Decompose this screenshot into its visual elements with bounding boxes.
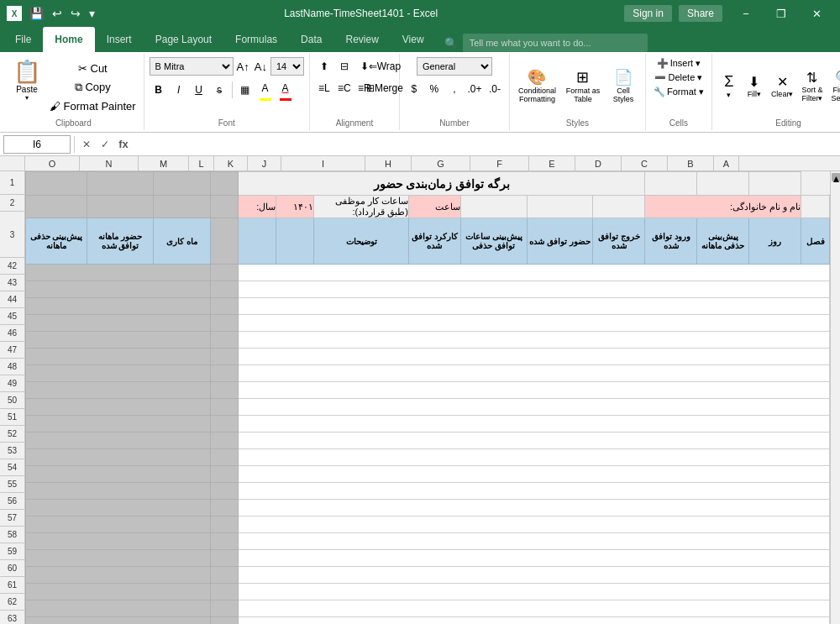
col-header-K[interactable]: K xyxy=(214,156,248,170)
row-header-48[interactable]: 48 xyxy=(0,359,24,375)
sort-filter-button[interactable]: ⇅ Sort &Filter▾ xyxy=(798,68,826,104)
cell-L3[interactable] xyxy=(210,218,239,265)
cell-E2[interactable] xyxy=(593,196,645,218)
cell-C1[interactable] xyxy=(645,172,697,196)
col-header-B[interactable]: B xyxy=(668,156,714,170)
redo-button[interactable]: ↪ xyxy=(68,7,83,20)
cell-J3-header[interactable] xyxy=(276,218,314,265)
name-box[interactable] xyxy=(3,135,71,154)
decrease-decimal-button[interactable]: .0- xyxy=(486,80,504,98)
undo-button[interactable]: ↩ xyxy=(50,7,65,20)
cell-K2[interactable]: سال: xyxy=(239,196,276,218)
format-as-table-button[interactable]: ⊞ Format asTable xyxy=(561,66,605,105)
align-top-button[interactable]: ⬆ xyxy=(315,57,333,76)
fill-color-button[interactable]: A xyxy=(256,79,275,97)
tab-home[interactable]: Home xyxy=(43,27,94,52)
underline-button-wrap[interactable]: U xyxy=(190,81,208,99)
cell-C3-header[interactable]: پیش‌بینی حذفی ماهانه xyxy=(697,218,749,265)
cell-B1[interactable] xyxy=(697,172,749,196)
row-header-58[interactable]: 58 xyxy=(0,527,24,543)
wrap-text-button[interactable]: ⇐Wrap xyxy=(375,57,394,76)
cell-N2[interactable] xyxy=(87,196,154,218)
sum-button[interactable]: Σ ▾ xyxy=(717,71,741,101)
enter-formula-button[interactable]: ✓ xyxy=(97,136,113,153)
row-header-55[interactable]: 55 xyxy=(0,476,24,493)
cell-I3-header[interactable]: توضیحات xyxy=(314,218,409,265)
fill-button[interactable]: ⬇ Fill▾ xyxy=(743,72,766,100)
cell-name-label[interactable]: نام و نام خانوادگی: xyxy=(645,196,801,218)
row-header-54[interactable]: 54 xyxy=(0,459,24,476)
tell-me-input[interactable] xyxy=(463,34,648,52)
fill-color-wrap[interactable]: A xyxy=(256,79,275,101)
cell-M2[interactable] xyxy=(153,196,210,218)
comma-button[interactable]: , xyxy=(445,80,464,98)
delete-button[interactable]: ➖ Delete ▾ xyxy=(652,71,705,84)
row-header-53[interactable]: 53 xyxy=(0,443,24,459)
cell-O1[interactable] xyxy=(26,172,87,196)
cell-N3-header[interactable]: حضور ماهانه توافق شده xyxy=(87,218,154,265)
col-header-C[interactable]: C xyxy=(622,156,668,170)
find-select-button[interactable]: 🔍 Find &Select▾ xyxy=(827,68,840,104)
row-header-49[interactable]: 49 xyxy=(0,375,24,392)
row-header-42[interactable]: 42 xyxy=(0,258,24,275)
col-header-E[interactable]: E xyxy=(529,156,575,170)
share-button[interactable]: Share xyxy=(679,5,722,22)
col-header-O[interactable]: O xyxy=(25,156,80,170)
clear-button[interactable]: ✕ Clear▾ xyxy=(768,72,797,100)
tab-data[interactable]: Data xyxy=(289,27,333,52)
cell-B3-header[interactable]: روز xyxy=(749,218,801,265)
col-header-D[interactable]: D xyxy=(575,156,622,170)
cell-J2[interactable]: ۱۴۰۱ xyxy=(276,196,314,218)
row-header-45[interactable]: 45 xyxy=(0,308,24,325)
tab-view[interactable]: View xyxy=(391,27,436,52)
paste-button[interactable]: 📋 Paste ▾ xyxy=(8,57,45,103)
underline-button[interactable]: U xyxy=(190,81,208,99)
cell-K3-header[interactable] xyxy=(239,218,276,265)
cell-G3-header[interactable]: پیش‌بینی ساعات توافق حذفی xyxy=(460,218,527,265)
cell-G2[interactable] xyxy=(460,196,527,218)
col-header-F[interactable]: F xyxy=(470,156,529,170)
tab-page-layout[interactable]: Page Layout xyxy=(144,27,223,52)
font-shrink-button[interactable]: A↓ xyxy=(253,60,269,73)
row-header-50[interactable]: 50 xyxy=(0,392,24,409)
font-size-select[interactable]: 14 xyxy=(270,57,304,76)
row-header-2[interactable]: 2 xyxy=(0,195,24,212)
format-painter-button[interactable]: 🖌 Format Painter xyxy=(47,98,139,114)
col-header-G[interactable]: G xyxy=(412,156,470,170)
customize-button[interactable]: ▾ xyxy=(87,7,97,20)
row-header-61[interactable]: 61 xyxy=(0,577,24,594)
increase-decimal-button[interactable]: .0+ xyxy=(465,80,484,98)
format-button[interactable]: 🔧 Format ▾ xyxy=(651,86,706,98)
insert-button[interactable]: ➕ Insert ▾ xyxy=(654,57,704,70)
signin-button[interactable]: Sign in xyxy=(624,5,672,22)
cell-F3-header[interactable]: حضور توافق شده xyxy=(527,218,593,265)
border-button[interactable]: ▦ xyxy=(236,81,255,99)
minimize-button[interactable]: − xyxy=(729,0,763,27)
strikethrough-button[interactable]: S̶ xyxy=(210,81,228,99)
copy-button[interactable]: ⧉ Copy xyxy=(47,79,139,96)
close-button[interactable]: ✕ xyxy=(800,0,833,27)
col-header-I[interactable]: I xyxy=(281,156,365,170)
row-header-59[interactable]: 59 xyxy=(0,543,24,560)
tab-insert[interactable]: Insert xyxy=(95,27,144,52)
cell-L2[interactable] xyxy=(210,196,239,218)
align-left-button[interactable]: ≡L xyxy=(315,79,333,97)
row-header-44[interactable]: 44 xyxy=(0,291,24,308)
scroll-up-button[interactable]: ▲ xyxy=(832,173,840,181)
cell-E3-header[interactable]: خروج توافق شده xyxy=(593,218,645,265)
row-header-56[interactable]: 56 xyxy=(0,493,24,510)
row-header-57[interactable]: 57 xyxy=(0,510,24,527)
cell-A1[interactable] xyxy=(749,172,801,196)
number-format-select[interactable]: General xyxy=(417,57,492,76)
font-grow-button[interactable]: A↑ xyxy=(235,60,251,73)
row-header-62[interactable]: 62 xyxy=(0,594,24,611)
insert-function-button[interactable]: fx xyxy=(115,136,132,153)
save-button[interactable]: 💾 xyxy=(27,7,46,20)
row-header-43[interactable]: 43 xyxy=(0,275,24,291)
cell-F2[interactable] xyxy=(527,196,593,218)
cell-styles-button[interactable]: 📄 CellStyles xyxy=(606,66,640,105)
cell-I2[interactable]: ساعات کار موظفی (طبق قرارداد): xyxy=(314,196,409,218)
col-header-M[interactable]: M xyxy=(139,156,189,170)
cell-A2[interactable] xyxy=(801,196,830,218)
border-button-wrap[interactable]: ▦ xyxy=(236,81,255,99)
